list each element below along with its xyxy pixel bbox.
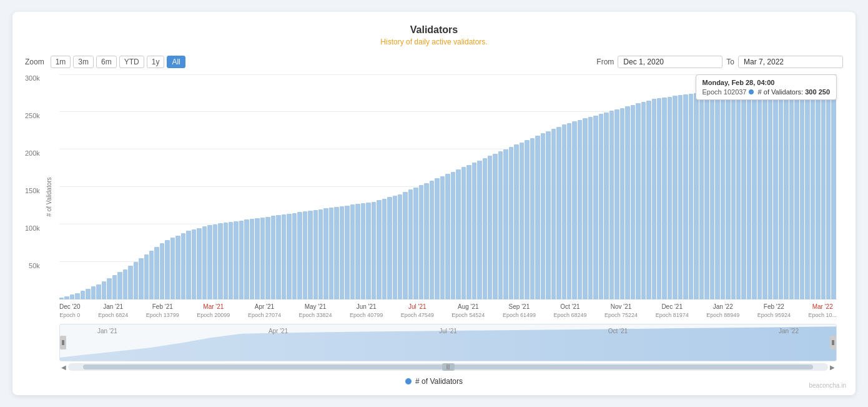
bar-item[interactable]	[546, 131, 550, 299]
bar-item[interactable]	[466, 165, 471, 299]
bar-item[interactable]	[445, 174, 450, 299]
bar-item[interactable]	[287, 214, 291, 299]
bar-item[interactable]	[456, 169, 460, 299]
bar-item[interactable]	[202, 226, 207, 299]
bar-item[interactable]	[112, 275, 117, 299]
bar-item[interactable]	[430, 181, 434, 299]
bar-item[interactable]	[86, 289, 90, 299]
bar-item[interactable]	[271, 216, 275, 299]
bar-item[interactable]	[297, 212, 302, 299]
bar-item[interactable]	[382, 199, 387, 299]
bar-item[interactable]	[282, 214, 286, 299]
bar-item[interactable]	[721, 89, 725, 299]
bar-item[interactable]	[588, 117, 593, 299]
bar-item[interactable]	[398, 194, 402, 299]
bar-item[interactable]	[75, 293, 79, 299]
bar-item[interactable]	[599, 114, 603, 299]
bar-item[interactable]	[477, 161, 481, 299]
bar-item[interactable]	[583, 118, 587, 299]
bar-item[interactable]	[731, 88, 736, 299]
bar-item[interactable]	[387, 197, 392, 299]
bar-item[interactable]	[107, 278, 111, 299]
zoom-3m[interactable]: 3m	[73, 56, 94, 68]
bar-item[interactable]	[762, 83, 767, 299]
bar-item[interactable]	[620, 108, 624, 299]
bar-item[interactable]	[424, 183, 428, 299]
bar-item[interactable]	[144, 254, 149, 299]
bar-item[interactable]	[831, 74, 836, 299]
bar-item[interactable]	[260, 218, 265, 299]
bar-item[interactable]	[715, 90, 719, 299]
bar-item[interactable]	[535, 136, 540, 299]
bar-item[interactable]	[323, 208, 328, 299]
navigator-handle-right[interactable]	[830, 336, 836, 349]
bar-item[interactable]	[525, 140, 529, 299]
bar-item[interactable]	[239, 221, 244, 299]
bar-item[interactable]	[96, 284, 101, 299]
bar-item[interactable]	[102, 281, 106, 299]
scroll-track[interactable]	[68, 363, 828, 371]
bar-item[interactable]	[123, 269, 127, 299]
bar-item[interactable]	[625, 106, 629, 299]
bar-item[interactable]	[117, 272, 122, 299]
bar-item[interactable]	[567, 123, 571, 299]
bar-item[interactable]	[678, 95, 683, 299]
bar-item[interactable]	[197, 228, 201, 299]
scroll-left-arrow[interactable]: ◀	[59, 364, 68, 371]
scroll-center-handle[interactable]	[442, 363, 455, 371]
bar-item[interactable]	[128, 266, 132, 299]
bar-item[interactable]	[255, 218, 259, 299]
bar-item[interactable]	[646, 101, 651, 299]
navigator[interactable]: Jan '21 Apr '21 Jul '21 Oct '21 Jan '22	[59, 324, 837, 361]
bar-item[interactable]	[773, 82, 777, 299]
bar-item[interactable]	[789, 79, 794, 299]
bar-item[interactable]	[149, 251, 154, 299]
bar-item[interactable]	[165, 240, 169, 299]
bar-item[interactable]	[403, 192, 407, 299]
bar-item[interactable]	[488, 156, 492, 299]
zoom-6m[interactable]: 6m	[96, 56, 117, 68]
bar-item[interactable]	[710, 91, 714, 299]
zoom-1y[interactable]: 1y	[147, 56, 165, 68]
bar-item[interactable]	[340, 206, 344, 299]
bar-item[interactable]	[334, 207, 338, 299]
bar-item[interactable]	[318, 209, 323, 299]
bar-item[interactable]	[361, 203, 365, 299]
bar-item[interactable]	[461, 167, 466, 299]
scroll-right-arrow[interactable]: ▶	[828, 364, 837, 371]
bar-item[interactable]	[224, 223, 228, 299]
bar-item[interactable]	[372, 202, 376, 299]
bar-item[interactable]	[530, 138, 535, 299]
bar-item[interactable]	[752, 84, 756, 299]
bar-item[interactable]	[683, 94, 688, 299]
bar-item[interactable]	[393, 196, 397, 299]
zoom-ytd[interactable]: YTD	[119, 56, 144, 68]
bar-item[interactable]	[139, 258, 143, 299]
bar-item[interactable]	[408, 189, 413, 299]
zoom-1m[interactable]: 1m	[51, 56, 71, 68]
bar-item[interactable]	[498, 151, 503, 299]
bar-item[interactable]	[694, 93, 698, 299]
bar-item[interactable]	[768, 83, 772, 299]
bar-item[interactable]	[699, 92, 704, 299]
bar-item[interactable]	[578, 120, 582, 299]
bar-item[interactable]	[313, 210, 318, 299]
bar-item[interactable]	[229, 222, 233, 299]
bar-item[interactable]	[562, 124, 566, 299]
bar-item[interactable]	[757, 84, 762, 299]
bar-item[interactable]	[250, 219, 254, 299]
bar-item[interactable]	[784, 80, 788, 299]
to-date-input[interactable]	[738, 56, 843, 68]
bar-item[interactable]	[345, 206, 349, 299]
bar-item[interactable]	[614, 109, 619, 299]
bar-item[interactable]	[593, 116, 598, 299]
bar-item[interactable]	[821, 75, 826, 299]
bar-item[interactable]	[134, 262, 138, 299]
bar-item[interactable]	[747, 86, 751, 299]
bar-item[interactable]	[218, 223, 222, 299]
bar-item[interactable]	[641, 102, 646, 299]
bar-item[interactable]	[350, 204, 355, 299]
zoom-all[interactable]: All	[167, 56, 185, 68]
navigator-handle-left[interactable]	[60, 336, 66, 349]
bar-item[interactable]	[736, 87, 741, 299]
